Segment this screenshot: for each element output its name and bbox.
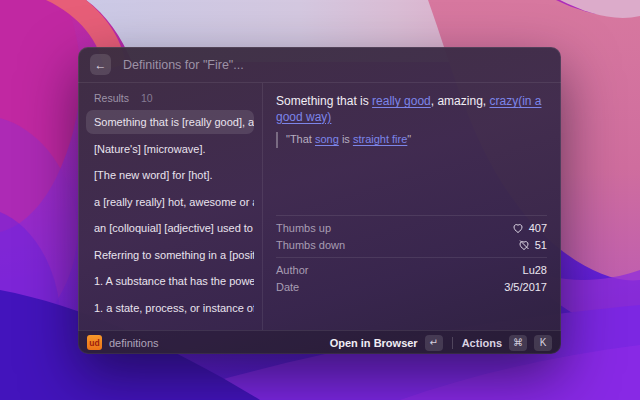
list-item[interactable]: Something that is [really good], ama... (86, 110, 254, 134)
stats-section: Thumbs up 407 Thumbs down (276, 215, 547, 257)
list-item[interactable]: Referring to something in a [positive... (86, 243, 254, 267)
thumbs-down-label: Thumbs down (276, 239, 345, 251)
list-item[interactable]: 1. A substance that has the power t... (86, 269, 254, 293)
thumbs-down-row: Thumbs down 51 (276, 237, 547, 255)
return-key-icon[interactable]: ↵ (425, 335, 443, 351)
list-item[interactable]: an [colloquial] [adjective] used to de..… (86, 216, 254, 240)
heart-slash-icon (518, 239, 530, 251)
footer-separator (452, 337, 453, 349)
definition-link[interactable]: really good (372, 94, 431, 108)
definition-link[interactable]: crazy (489, 94, 518, 108)
page-title: Definitions for "Fire"... (123, 58, 244, 72)
titlebar: ← Definitions for "Fire"... (78, 47, 561, 83)
definition-text: Something that is really good, amazing, … (276, 94, 547, 125)
author-value: Lu28 (523, 264, 547, 276)
results-header: Results 10 (86, 90, 254, 110)
list-item[interactable]: a [really really] hot, awesome or ama... (86, 190, 254, 214)
date-row: Date 3/5/2017 (276, 279, 547, 297)
list-item[interactable]: [The new word] for [hot]. (86, 163, 254, 187)
author-label: Author (276, 264, 308, 276)
thumbs-up-row: Thumbs up 407 (276, 219, 547, 237)
k-key-icon[interactable]: K (534, 335, 552, 351)
command-name: definitions (109, 337, 159, 349)
example-quote: "That song is straight fire" (276, 132, 547, 148)
command-key-icon[interactable]: ⌘ (509, 335, 527, 351)
detail-spacer (276, 148, 547, 215)
thumbs-up-label: Thumbs up (276, 222, 331, 234)
thumbs-up-value: 407 (529, 222, 547, 234)
thumbs-down-value: 51 (535, 239, 547, 251)
date-value: 3/5/2017 (504, 281, 547, 293)
quote-link[interactable]: song (315, 133, 339, 145)
back-arrow-icon: ← (95, 58, 107, 72)
actions-button[interactable]: Actions (462, 337, 502, 349)
results-count: 10 (141, 92, 153, 104)
quote-link[interactable]: straight fire (353, 133, 407, 145)
results-list: Something that is [really good], ama...[… (86, 110, 254, 330)
list-item[interactable]: [Nature's] [microwave]. (86, 137, 254, 161)
results-label: Results (94, 92, 129, 104)
back-button[interactable]: ← (90, 54, 111, 75)
author-row: Author Lu28 (276, 261, 547, 279)
list-item[interactable]: When yelled, [clears] out a [crowded... (86, 322, 254, 330)
heart-icon (512, 222, 524, 234)
open-in-browser-button[interactable]: Open in Browser (330, 337, 418, 349)
date-label: Date (276, 281, 299, 293)
footer-bar: ud definitions Open in Browser ↵ Actions… (78, 330, 561, 354)
launcher-window: ← Definitions for "Fire"... Results 10 S… (78, 47, 561, 354)
detail-pane: Something that is really good, amazing, … (263, 83, 561, 330)
meta-section: Author Lu28 Date 3/5/2017 (276, 257, 547, 299)
list-item[interactable]: 1. a state, process, or instance of [co.… (86, 296, 254, 320)
window-body: Results 10 Something that is [really goo… (78, 83, 561, 330)
urban-dictionary-icon: ud (87, 335, 102, 350)
detail-bottom-pad (276, 299, 547, 330)
results-pane: Results 10 Something that is [really goo… (78, 83, 263, 330)
